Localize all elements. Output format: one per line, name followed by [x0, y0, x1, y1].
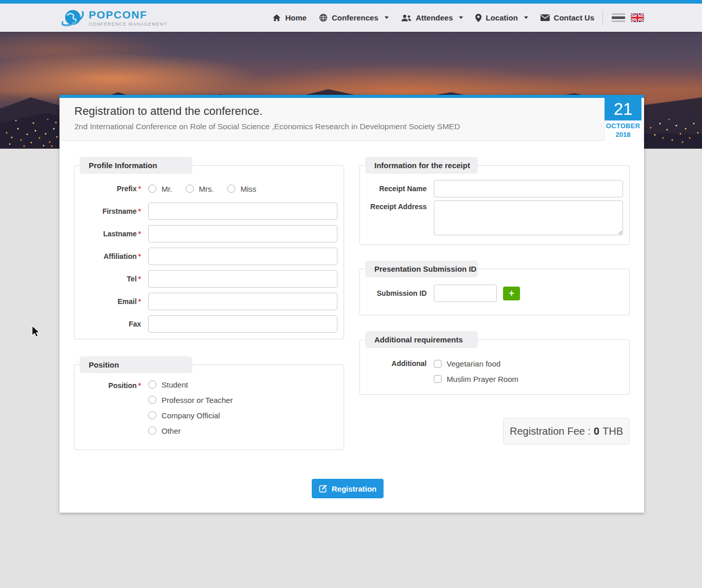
additional-muslim-prayer-room-option[interactable]: Muslim Prayer Room	[434, 374, 623, 384]
prefix-mrs-label: Mrs.	[199, 185, 214, 193]
tel-label: Tel*	[74, 274, 148, 284]
position-student-option[interactable]: Student	[148, 379, 337, 390]
nav-item-conferences[interactable]: Conferences	[319, 13, 389, 22]
prefix-mrs-radio[interactable]	[186, 185, 194, 193]
profile-information-section: Profile Information Prefix*Mr.Mrs.MissFi…	[74, 165, 344, 339]
submit-label: Registration	[332, 484, 377, 493]
profile-information-legend: Profile Information	[79, 157, 192, 174]
add-submission-button[interactable]: +	[503, 287, 520, 300]
position-professor-or-teacher-radio[interactable]	[148, 396, 156, 404]
registration-card: Registration to attend the conference. 2…	[59, 95, 644, 513]
date-badge: 21 OCTOBER 2018	[604, 98, 641, 141]
submission-id-input[interactable]	[434, 285, 497, 302]
nav-menu: HomeConferencesAttendeesLocationContact …	[272, 10, 644, 26]
required-asterisk: *	[138, 275, 141, 283]
submission-section: Presentation Submission ID Submission ID…	[359, 269, 630, 315]
thai-flag[interactable]	[612, 13, 625, 22]
nav-item-label: Home	[285, 13, 307, 22]
position-legend: Position	[79, 356, 192, 373]
affiliation-label: Affiliation*	[74, 251, 148, 261]
fax-label: Fax	[74, 319, 148, 329]
envelope-icon	[540, 14, 550, 21]
prefix-mr-label: Mr.	[162, 185, 172, 193]
additional-vegetarian-food-label: Vegetarian food	[447, 359, 500, 368]
card-header: Registration to attend the conference. 2…	[59, 98, 644, 141]
pencil-square-icon	[319, 484, 327, 493]
chevron-down-icon	[524, 16, 528, 19]
required-asterisk: *	[138, 252, 141, 260]
email-label: Email*	[74, 296, 148, 307]
required-asterisk: *	[138, 185, 141, 193]
nav-item-contact-us[interactable]: Contact Us	[540, 13, 594, 22]
prefix-mrs-option[interactable]: Mrs.	[186, 185, 214, 193]
required-asterisk: *	[138, 381, 141, 390]
firstname-input[interactable]	[148, 202, 337, 220]
receipt-name-input[interactable]	[434, 180, 623, 197]
users-icon	[401, 14, 412, 22]
page-title: Registration to attend the conference.	[74, 105, 644, 118]
prefix-mr-radio[interactable]	[148, 185, 156, 193]
position-professor-or-teacher-label: Professor or Teacher	[162, 396, 233, 404]
position-section: Position Position* StudentProfessor or T…	[74, 364, 344, 450]
prefix-label: Prefix*	[74, 184, 148, 194]
nav-item-label: Conferences	[332, 13, 378, 22]
tel-input[interactable]	[148, 270, 337, 288]
position-professor-or-teacher-option[interactable]: Professor or Teacher	[148, 395, 337, 405]
popconf-globe-logo-icon	[61, 7, 84, 29]
receipt-section: Information for the receipt Receipt Name…	[359, 165, 630, 245]
nav-item-home[interactable]: Home	[272, 13, 307, 22]
conference-subtitle: 2nd International Conference on Role of …	[74, 122, 592, 131]
home-icon	[272, 14, 281, 22]
brand-logo[interactable]: POPCONF CONFERENCE MANAGEMENT	[61, 7, 167, 29]
position-company-official-option[interactable]: Company Official	[148, 410, 337, 420]
firstname-label: Firstname*	[74, 206, 148, 216]
email-input[interactable]	[148, 293, 337, 310]
position-student-radio[interactable]	[148, 380, 156, 389]
affiliation-input[interactable]	[148, 248, 337, 265]
prefix-mr-option[interactable]: Mr.	[148, 185, 172, 193]
position-company-official-label: Company Official	[162, 411, 220, 420]
position-label: Position*	[74, 379, 148, 391]
fee-currency: THB	[603, 425, 623, 437]
required-asterisk: *	[138, 297, 141, 306]
fee-label: Registration Fee :	[510, 425, 591, 437]
lastname-input[interactable]	[148, 225, 337, 242]
required-asterisk: *	[138, 230, 141, 238]
receipt-name-label: Receipt Name	[360, 184, 434, 194]
navbar: POPCONF CONFERENCE MANAGEMENT HomeConfer…	[0, 4, 702, 32]
brand-name: POPCONF	[89, 9, 167, 20]
fee-amount: 0	[594, 425, 599, 437]
nav-item-label: Contact Us	[554, 13, 594, 22]
additional-vegetarian-food-option[interactable]: Vegetarian food	[434, 358, 623, 369]
date-month: OCTOBER	[605, 122, 641, 130]
fax-input[interactable]	[148, 315, 337, 333]
receipt-address-textarea[interactable]	[434, 200, 623, 235]
additional-muslim-prayer-room-label: Muslim Prayer Room	[447, 375, 518, 383]
prefix-miss-option[interactable]: Miss	[227, 185, 256, 193]
position-student-label: Student	[162, 380, 188, 389]
date-year: 2018	[605, 131, 641, 138]
additional-muslim-prayer-room-checkbox[interactable]	[434, 375, 442, 383]
mouse-cursor	[31, 325, 40, 340]
additional-vegetarian-food-checkbox[interactable]	[434, 360, 442, 368]
nav-item-label: Attendees	[416, 13, 453, 22]
prefix-miss-label: Miss	[240, 185, 256, 193]
uk-flag[interactable]	[631, 13, 644, 22]
lastname-label: Lastname*	[74, 229, 148, 239]
nav-item-attendees[interactable]: Attendees	[401, 13, 464, 22]
globe-icon	[319, 13, 328, 22]
additional-legend: Additional requirements	[365, 331, 478, 348]
additional-label: Additional	[360, 358, 434, 369]
position-other-radio[interactable]	[148, 427, 156, 435]
nav-item-label: Location	[486, 13, 518, 22]
language-switcher	[603, 10, 644, 26]
submission-id-label: Submission ID	[360, 288, 434, 298]
top-accent-bar	[0, 0, 702, 4]
registration-submit-button[interactable]: Registration	[312, 479, 384, 498]
position-company-official-radio[interactable]	[148, 411, 156, 419]
prefix-miss-radio[interactable]	[227, 185, 235, 193]
brand-tagline: CONFERENCE MANAGEMENT	[89, 22, 167, 27]
position-other-option[interactable]: Other	[148, 425, 337, 436]
map-pin-icon	[475, 14, 482, 22]
nav-item-location[interactable]: Location	[475, 13, 528, 22]
